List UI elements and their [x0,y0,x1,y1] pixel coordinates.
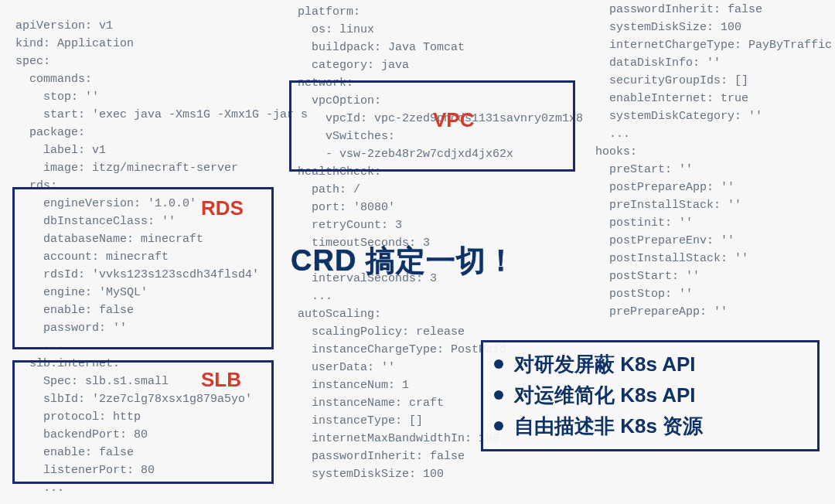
bullet-item: 自由描述非 K8s 资源 [494,410,806,441]
code-line: systemDiskSize: 100 [298,465,584,483]
bullets-panel: 对研发屏蔽 K8s API 对运维简化 K8s API 自由描述非 K8s 资源 [481,340,820,451]
code-line: hooks: [595,143,835,161]
code-line: passwordInherit: false [595,1,835,19]
code-line: package: [15,124,286,141]
code-line: dbInstanceClass: '' [15,213,286,230]
code-line: dataDiskInfo: '' [595,54,835,72]
code-line: internetChargeType: PayByTraffic [595,36,835,54]
code-line: prePrepareApp: '' [595,303,835,321]
code-line: slbId: '2ze7clg78xsx1g879a5yo' [15,390,286,408]
code-line: spec: [15,53,286,70]
code-line: systemDiskSize: 100 [595,19,835,36]
code-line: os: linux [298,21,584,39]
code-line: - vsw-2zeb48r2w7cdjxd4jx62x [298,145,584,163]
code-line: scalingPolicy: release [298,323,584,341]
code-line: postStop: '' [595,285,835,303]
code-line: slb.internet: [15,355,286,373]
code-line: enable: false [15,444,286,461]
code-line: postStart: '' [595,267,835,285]
code-line: kind: Application [15,35,286,53]
bullet-text: 对运维简化 K8s API [514,380,696,410]
bullet-icon [494,359,503,369]
code-line: ... [15,337,286,355]
code-line: postPrepareApp: '' [595,179,835,196]
code-line: Spec: slb.s1.small [15,373,286,390]
code-line: backendPort: 80 [15,426,286,444]
code-line: commands: [15,70,286,88]
code-line: password: '' [15,319,286,337]
code-line: rdsId: 'vvks123s123scdh34flsd4' [15,266,286,284]
code-line: preStart: '' [595,161,835,179]
code-line: enable: false [15,301,286,319]
code-line: databaseName: minecraft [15,230,286,248]
code-line: retryCount: 3 [298,216,584,234]
code-line: engine: 'MySQL' [15,284,286,301]
code-line: ... [15,479,286,497]
code-line: securityGroupIds: [] [595,72,835,90]
code-line: postInstallStack: '' [595,250,835,267]
code-line: buildpack: Java Tomcat [298,39,584,56]
code-line: network: [298,74,584,92]
code-line: category: java [298,56,584,74]
code-line: engineVersion: '1.0.0' [15,195,286,213]
bullet-icon [494,390,503,400]
code-line: stop: '' [15,88,286,106]
code-line: label: v1 [15,141,286,159]
code-line: postPrepareEnv: '' [595,232,835,250]
code-line: ... [298,288,584,305]
bullet-icon [494,421,503,431]
yaml-column-1: apiVersion: v1kind: Applicationspec: com… [15,0,286,504]
code-line: systemDiskCategory: '' [595,107,835,125]
code-line: protocol: http [15,408,286,426]
code-line: ... [595,125,835,143]
code-line: start: 'exec java -Xms1G -Xmx1G -jar s [15,106,286,124]
headline-crd: CRD 搞定一切！ [291,241,516,281]
code-line: account: minecraft [15,248,286,266]
code-line: vSwitches: [298,128,584,145]
bullet-text: 自由描述非 K8s 资源 [514,410,703,441]
bullet-item: 对运维简化 K8s API [494,380,806,410]
code-line: port: '8080' [298,199,584,216]
code-line: preInstallStack: '' [595,196,835,214]
code-line: rds: [15,177,286,195]
code-line: autoScaling: [298,305,584,323]
bullet-text: 对研发屏蔽 K8s API [514,349,696,380]
code-line: enableInternet: true [595,90,835,107]
code-line: platform: [298,3,584,21]
code-line: path: / [298,181,584,199]
code-line: postinit: '' [595,214,835,232]
code-line: apiVersion: v1 [15,17,286,35]
code-line: vpcOption: [298,92,584,110]
code-line: healthCheck: [298,163,584,181]
code-line: listenerPort: 80 [15,461,286,479]
code-line: vpcId: vpc-2zed9pncds1131savnry0zm1x8 [298,110,584,128]
code-line: image: itzg/minecraft-server [15,159,286,177]
bullet-item: 对研发屏蔽 K8s API [494,349,806,380]
